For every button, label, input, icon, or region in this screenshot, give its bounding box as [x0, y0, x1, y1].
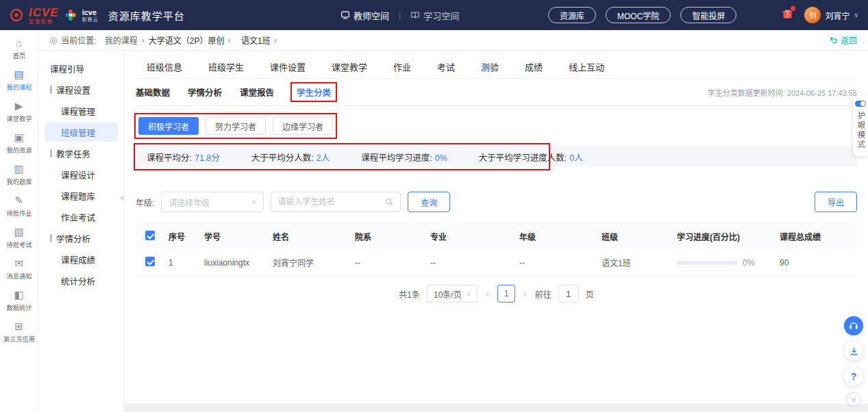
help-button[interactable]: ? [844, 367, 863, 386]
back-arrow-icon [829, 36, 838, 44]
tab-primary[interactable]: 作业 [393, 60, 411, 78]
grade-select[interactable]: 请选择年级 ∨ [161, 192, 264, 212]
column-header: 学号 [204, 231, 273, 242]
icve-logo-icon [10, 8, 23, 22]
rail-item[interactable]: ✎ 待批作业 [0, 190, 38, 222]
filter-row: 年级: 请选择年级 ∨ 查询 导出 [136, 192, 857, 212]
breadcrumb-course-dropdown[interactable]: 大学语文（2P）原创 ∨ [149, 34, 232, 46]
tab-primary[interactable]: 线上互动 [569, 60, 604, 78]
avatar[interactable]: 刘 [804, 7, 821, 23]
sidebar-item[interactable]: 学情分析 [45, 229, 118, 248]
rail-item[interactable]: ⌂ 首页 [0, 33, 38, 64]
toggle-switch[interactable] [855, 101, 866, 107]
tab-secondary[interactable]: 学生分类 [292, 83, 336, 101]
sidebar-item[interactable]: 班级管理 [45, 123, 118, 142]
nav-learning-space[interactable]: 学习空间 [410, 9, 459, 22]
learner-filter-button[interactable]: 努力学习者 [206, 117, 266, 135]
prev-page-button[interactable]: ‹ [484, 288, 491, 299]
rail-item[interactable]: ▧ 待批考试 [0, 222, 38, 253]
sidebar-item[interactable]: 教学任务 [45, 144, 118, 163]
page-size-select[interactable]: 10条/页 ∨ [427, 285, 478, 302]
row-checkbox[interactable] [145, 257, 155, 266]
learner-filter-button[interactable]: 边缘学习者 [273, 117, 333, 135]
tab-primary[interactable]: 班级学生 [208, 60, 244, 78]
rail-item[interactable]: ◧ 数据统计 [0, 285, 38, 316]
promo-gift-icon[interactable] [782, 8, 793, 22]
sidebar-item-label: 作业考试 [61, 211, 95, 224]
goto-prefix: 前往 [535, 288, 551, 300]
rail-item[interactable]: ▣ 我的资源 [0, 127, 38, 159]
learner-filter-button[interactable]: 积极学习者 [138, 117, 199, 135]
icve-cloud-logo-icon [64, 9, 77, 21]
select-all-checkbox[interactable] [145, 231, 155, 240]
learning-space-icon [410, 10, 420, 20]
eye-protect-mode-tab[interactable]: 护眼模式 [853, 96, 868, 156]
rail-item[interactable]: ▶ 课堂教学 [0, 96, 38, 127]
annotation-box-learner-filters: 积极学习者 努力学习者 边缘学习者 [136, 114, 336, 138]
tab-primary[interactable]: 课件设置 [270, 60, 306, 78]
chevron-down-icon: ∨ [273, 37, 278, 44]
next-page-button[interactable]: › [522, 288, 528, 299]
tab-primary[interactable]: 成绩 [525, 60, 543, 78]
sidebar-item[interactable]: 课程题库 [45, 186, 118, 205]
rail-item-label: 数据统计 [6, 302, 32, 311]
sidebar-item[interactable]: 课程管理 [45, 101, 118, 120]
sidebar-item[interactable]: 课程成绩 [45, 250, 118, 269]
my-resources-icon: ▣ [14, 132, 23, 142]
rail-item[interactable]: ▤ 我的课程 [0, 64, 38, 96]
sidebar-item[interactable]: 统计分析 [45, 271, 118, 290]
customer-service-button[interactable] [844, 316, 863, 335]
section-mark [50, 86, 52, 94]
quick-link-button[interactable]: 智能投屏 [680, 7, 736, 23]
nav-teacher-space-label: 教师空间 [354, 9, 389, 22]
tab-primary[interactable]: 课堂教学 [332, 60, 367, 78]
back-button[interactable]: 返回 [829, 34, 857, 46]
column-header: 班级 [602, 231, 677, 242]
goto-page-input[interactable] [558, 285, 579, 302]
main-content: 班级信息 班级学生 课件设置 课堂教学 作业 考试 测验 成绩 线上互动 基础数… [125, 51, 868, 404]
sidebar-collapse-icon[interactable]: « [120, 193, 125, 203]
tab-secondary[interactable]: 学情分析 [188, 86, 222, 99]
breadcrumb-root[interactable]: 我的课程 [105, 34, 138, 46]
statistics-icon: ◧ [14, 289, 23, 300]
tab-primary[interactable]: 班级信息 [147, 60, 182, 78]
column-header: 学习进度(百分比) [677, 231, 780, 242]
tab-primary[interactable]: 测验 [481, 60, 499, 78]
cell-major: -- [430, 258, 519, 268]
pagination: 共1条 10条/页 ∨ ‹ 1 › 前往 页 [136, 285, 857, 302]
back-label: 返回 [841, 34, 857, 46]
current-page-button[interactable]: 1 [497, 285, 515, 302]
download-button[interactable] [844, 342, 863, 361]
stats-bar: 课程平均分:71.8分 大于平均分人数:2人 课程平均学习进度:0% 大于平均学… [136, 146, 857, 167]
section-mark [50, 234, 52, 242]
cell-name: 刘宵宁同学 [273, 257, 355, 268]
quick-link-button[interactable]: 资源库 [548, 7, 596, 23]
export-button[interactable]: 导出 [815, 192, 857, 212]
tab-secondary[interactable]: 课堂报告 [240, 86, 274, 99]
quick-links: 资源库 MOOC学院 智能投屏 [538, 7, 736, 23]
quick-link-button[interactable]: MOOC学院 [606, 7, 671, 23]
sidebar-item[interactable]: 课程设置 [45, 80, 118, 99]
breadcrumb-prefix: 当前位置: [61, 34, 96, 46]
student-search-input[interactable] [277, 197, 385, 207]
teacher-space-icon [340, 10, 350, 20]
collapse-toolbar-button[interactable]: × [846, 392, 861, 407]
sidebar-item[interactable]: 课程设计 [45, 165, 118, 184]
breadcrumb-class-dropdown[interactable]: 语文1班 ∨ [241, 34, 277, 46]
tab-secondary[interactable]: 基础数据 [136, 86, 170, 99]
platform-title: 资源库教学平台 [108, 8, 185, 23]
user-menu[interactable]: 刘 刘宵宁 ∨ [782, 7, 858, 23]
close-icon: × [851, 395, 856, 405]
sidebar-item[interactable]: 作业考试 [45, 207, 118, 227]
sidebar-item[interactable]: 课程引导 [45, 59, 118, 78]
rail-item[interactable]: ▥ 我的题库 [0, 159, 38, 190]
tab-primary[interactable]: 考试 [437, 60, 455, 78]
query-button[interactable]: 查询 [408, 192, 450, 212]
nav-learning-space-label: 学习空间 [423, 9, 459, 22]
brand: ICVE 智慧职教 icve 职教云 资源库教学平台 [10, 7, 185, 24]
rail-item[interactable]: ⊞ 第三方应用 [0, 316, 38, 348]
column-header: 姓名 [273, 231, 355, 242]
rail-item[interactable]: ✉ 消息通知 [0, 253, 38, 285]
nav-teacher-space[interactable]: 教师空间 [340, 9, 389, 22]
third-party-icon: ⊞ [14, 321, 23, 331]
